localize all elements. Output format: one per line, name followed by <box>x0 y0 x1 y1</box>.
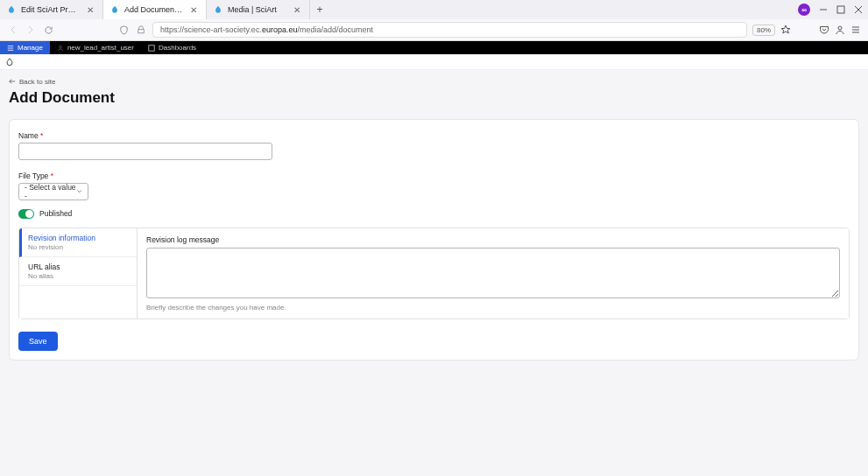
drupal-secondary-bar <box>0 54 868 70</box>
filetype-value: - Select a value - <box>25 183 76 200</box>
drupal-logo-icon[interactable] <box>5 57 14 67</box>
shield-icon[interactable] <box>117 24 130 36</box>
close-window-icon[interactable] <box>854 5 863 14</box>
revision-log-label: Revision log message <box>146 235 840 244</box>
tab-url-alias[interactable]: URL alias No alias <box>19 257 137 286</box>
menu-icon[interactable] <box>850 24 861 35</box>
manage-label: Manage <box>18 44 43 52</box>
lock-icon <box>135 24 147 36</box>
tab-revision-sub: No revision <box>28 243 128 251</box>
url-text: https://science-art-society.ec.europa.eu… <box>160 25 373 34</box>
form-card: Name * File Type * - Select a value - Pu… <box>9 119 859 360</box>
browser-tab-strip: Edit SciArt Proposals test for lo... ✕ A… <box>0 0 868 19</box>
filetype-label: File Type * <box>18 172 53 180</box>
page-title: Add Document <box>9 89 859 107</box>
return-icon <box>9 78 16 85</box>
tab-title: Media | SciArt <box>228 5 286 14</box>
close-icon[interactable]: ✕ <box>85 5 95 15</box>
drupal-icon <box>110 5 119 14</box>
published-toggle[interactable] <box>18 209 34 219</box>
name-input[interactable] <box>18 143 272 160</box>
admin-toolbar: Manage new_lead_artist_user Dashboards <box>0 41 868 54</box>
drupal-icon <box>7 5 16 14</box>
browser-tab[interactable]: Add Document | SciArt ✕ <box>103 0 207 19</box>
name-label: Name * <box>18 131 43 140</box>
dashboard-icon <box>148 45 155 52</box>
browser-tab[interactable]: Edit SciArt Proposals test for lo... ✕ <box>0 0 103 19</box>
pocket-icon[interactable] <box>819 24 829 35</box>
published-label: Published <box>39 209 72 218</box>
back-to-site-link[interactable]: Back to site <box>9 78 55 86</box>
hamburger-icon <box>7 45 14 52</box>
close-icon[interactable]: ✕ <box>292 5 302 15</box>
admin-dashboards[interactable]: Dashboards <box>141 41 203 54</box>
new-tab-button[interactable]: + <box>310 4 329 16</box>
revision-log-textarea[interactable] <box>146 248 840 298</box>
admin-user[interactable]: new_lead_artist_user <box>50 41 141 54</box>
tab-title: Add Document | SciArt <box>124 5 183 14</box>
svg-point-11 <box>60 46 62 48</box>
back-button[interactable] <box>7 24 19 36</box>
admin-manage[interactable]: Manage <box>0 41 50 54</box>
user-icon <box>57 45 64 52</box>
extension-icon[interactable]: ∞ <box>798 4 810 16</box>
svg-rect-12 <box>149 45 154 50</box>
user-label: new_lead_artist_user <box>67 44 134 52</box>
close-icon[interactable]: ✕ <box>188 5 199 15</box>
tab-revision-info[interactable]: Revision information No revision <box>19 228 137 257</box>
revision-help-text: Briefly describe the changes you have ma… <box>146 304 840 312</box>
vertical-tabs: Revision information No revision URL ali… <box>18 228 850 319</box>
reload-button[interactable] <box>42 24 54 36</box>
drupal-icon <box>214 5 222 14</box>
maximize-icon[interactable] <box>836 5 845 14</box>
toggle-knob <box>25 210 33 218</box>
tab-url-alias-title: URL alias <box>28 262 128 271</box>
star-icon[interactable] <box>780 24 791 35</box>
svg-rect-1 <box>837 6 844 13</box>
tab-revision-title: Revision information <box>28 234 128 242</box>
url-input[interactable]: https://science-art-society.ec.europa.eu… <box>152 22 747 38</box>
address-bar: https://science-art-society.ec.europa.eu… <box>0 19 868 40</box>
account-icon[interactable] <box>835 24 845 35</box>
chevron-down-icon <box>76 188 82 195</box>
tab-title: Edit SciArt Proposals test for lo... <box>21 5 80 14</box>
zoom-badge[interactable]: 80% <box>752 24 775 36</box>
tab-url-alias-sub: No alias <box>28 272 128 280</box>
svg-point-4 <box>838 26 842 30</box>
browser-tab[interactable]: Media | SciArt ✕ <box>207 0 310 19</box>
save-button[interactable]: Save <box>18 332 58 351</box>
back-label: Back to site <box>19 78 55 86</box>
dashboards-label: Dashboards <box>159 44 196 52</box>
filetype-select[interactable]: - Select a value - <box>18 183 88 200</box>
forward-button[interactable] <box>25 24 37 36</box>
minimize-icon[interactable] <box>819 5 828 14</box>
